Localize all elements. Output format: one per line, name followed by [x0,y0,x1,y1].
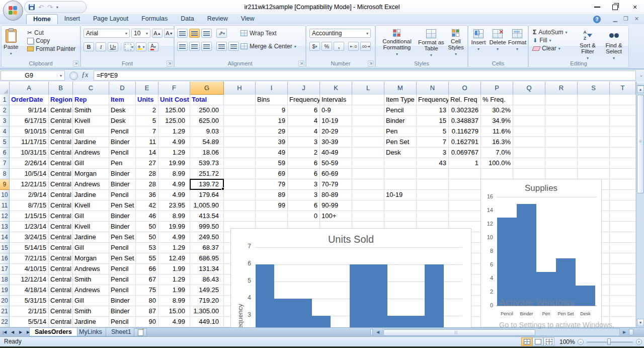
increase-decimal-button[interactable]: ⇤.0 [348,42,359,51]
cell-C15[interactable]: Gill [73,243,109,253]
sheet-tab-salesorders[interactable]: SalesOrders [29,328,77,336]
cell-E18[interactable]: 67 [136,274,158,285]
find-select-button[interactable]: Find & Select▾ [601,28,626,61]
cell-N5[interactable]: 7 [417,137,448,147]
column-header-N[interactable]: N [417,82,449,95]
cell-C7[interactable]: Gill [73,158,109,168]
zoom-slider-thumb[interactable] [607,338,611,345]
number-dialog-launcher-icon[interactable]: ⇲ [368,60,374,66]
row-header-15[interactable]: 15 [0,243,10,253]
cell-E16[interactable]: 55 [136,253,158,263]
restore-button[interactable] [612,5,618,10]
cell-G22[interactable]: 449.10 [190,317,223,327]
scroll-left-icon[interactable]: ◀ [374,329,381,336]
cell-D6[interactable]: Pencil [109,148,135,158]
cell-C12[interactable]: Gill [73,211,109,221]
cell-C21[interactable]: Smith [73,306,109,316]
cell-K5[interactable]: 30-39 [320,137,352,147]
cell-C1[interactable]: Rep [73,95,109,105]
cell-G18[interactable]: 86.43 [190,274,223,285]
cell-G16[interactable]: 686.95 [190,253,223,263]
cell-B12[interactable]: Central [49,211,72,221]
underline-button[interactable]: U▾ [108,42,118,51]
cell-K3[interactable]: 10-19 [320,116,352,126]
cell-E3[interactable]: 5 [136,116,158,126]
column-header-G[interactable]: G [190,82,224,95]
sort-filter-button[interactable]: AZ Sort & Filter▾ [575,28,600,61]
font-size-select[interactable]: 10▾ [131,29,150,38]
sheet-tab-sheet1[interactable]: Sheet1 [106,328,137,336]
office-button[interactable] [3,1,23,21]
horizontal-scrollbar[interactable] [382,328,620,336]
cell-E20[interactable]: 80 [136,296,158,306]
cell-A22[interactable]: 5/5/14 [10,317,48,327]
cell-M10[interactable]: 10-19 [384,190,416,200]
row-header-14[interactable]: 14 [0,232,10,243]
cell-J12[interactable]: 0 [288,211,319,221]
workbook-close-icon[interactable]: ✕ [634,16,639,22]
cell-K7[interactable]: 50-59 [320,158,352,168]
cell-F21[interactable]: 15.00 [158,306,190,316]
cell-D1[interactable]: Item [109,95,135,105]
row-header-20[interactable]: 20 [0,296,10,306]
cell-F16[interactable]: 12.49 [158,253,190,263]
cell-E5[interactable]: 11 [136,137,158,147]
column-header-O[interactable]: O [449,82,481,95]
cell-E17[interactable]: 66 [136,264,158,274]
autosum-button[interactable]: ΣAutoSum▾ [531,28,569,36]
cell-B21[interactable]: Central [49,306,72,316]
cell-J8[interactable]: 6 [288,169,319,179]
cell-D17[interactable]: Pencil [109,264,135,274]
cell-C17[interactable]: Andrews [73,264,109,274]
cell-C8[interactable]: Morgan [73,169,109,179]
name-box[interactable]: G9 ▾ [1,71,65,81]
cell-B1[interactable]: Region [49,95,72,105]
column-header-Q[interactable]: Q [513,82,545,95]
cell-B3[interactable]: Central [49,116,72,126]
cell-A2[interactable]: 9/1/14 [10,105,48,115]
cell-B9[interactable]: Central [49,179,72,189]
font-color-button[interactable]: A▾ [148,42,158,51]
cell-C6[interactable]: Andrews [73,148,109,158]
row-header-16[interactable]: 16 [0,253,10,264]
cell-D8[interactable]: Binder [109,169,135,179]
zoom-out-button[interactable]: − [578,339,584,345]
cell-C10[interactable]: Jardine [73,190,109,200]
cut-button[interactable]: ✂Cut [26,29,77,37]
cell-B16[interactable]: Central [49,253,72,263]
save-icon[interactable] [29,4,35,10]
formula-input[interactable]: =F9*E9 [94,71,636,81]
horizontal-scrollbar-thumb[interactable] [383,329,535,336]
align-right-button[interactable] [201,42,212,51]
name-box-dropdown-icon[interactable]: ▾ [57,74,64,78]
top-align-button[interactable] [177,29,188,38]
row-header-17[interactable]: 17 [0,264,10,274]
cell-O2[interactable]: 0.302326 [449,105,480,115]
cell-G19[interactable]: 149.25 [190,285,223,295]
cell-I3[interactable]: 19 [256,116,287,126]
cell-K8[interactable]: 60-69 [320,169,352,179]
row-header-11[interactable]: 11 [0,200,10,211]
cell-A14[interactable]: 3/24/15 [10,232,48,242]
cell-F11[interactable]: 23.95 [158,200,190,211]
cell-E4[interactable]: 7 [136,126,158,136]
cell-M2[interactable]: Pencil [384,105,416,115]
next-sheet-icon[interactable]: ▶ [17,328,24,336]
cell-D7[interactable]: Pen [109,158,135,168]
cell-P6[interactable]: 7.0% [481,148,513,158]
cell-M1[interactable]: Item Type [384,95,416,105]
cell-F10[interactable]: 4.99 [158,190,190,200]
copy-button[interactable]: Copy [26,37,77,45]
cell-A20[interactable]: 5/31/15 [10,296,48,306]
close-button[interactable]: × [630,3,640,11]
vertical-scrollbar[interactable]: ▲ ▼ [636,82,644,327]
cell-K12[interactable]: 100+ [320,211,352,221]
workbook-minimize-icon[interactable]: ▁ [613,16,617,22]
cell-B5[interactable]: Central [49,137,72,147]
cell-M4[interactable]: Pen [384,126,416,136]
row-header-4[interactable]: 4 [0,126,10,137]
cell-styles-button[interactable]: Cell Styles▾ [445,28,466,57]
cell-J5[interactable]: 3 [288,137,319,147]
cell-D20[interactable]: Binder [109,296,135,306]
cell-J4[interactable]: 4 [288,126,319,136]
